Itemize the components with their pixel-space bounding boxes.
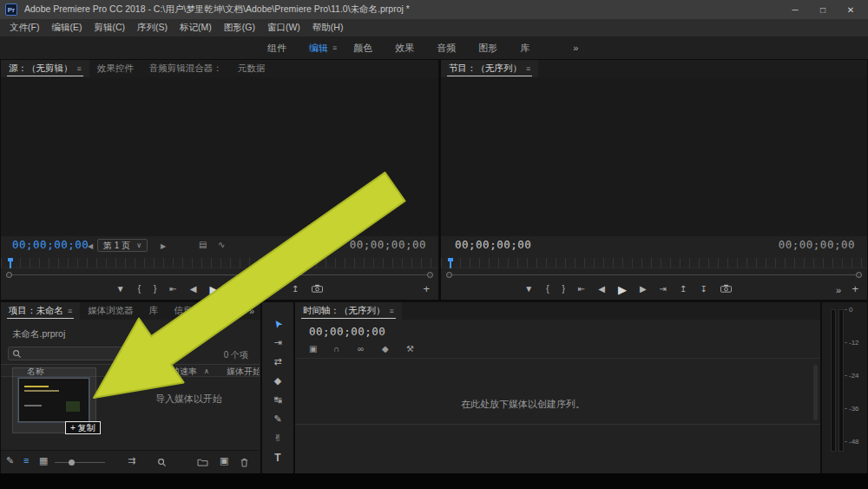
new-item-button[interactable]: ▣ (220, 456, 228, 466)
thumbnail-zoom-slider[interactable] (55, 462, 105, 463)
tab-metadata[interactable]: 元数据 (230, 60, 273, 77)
sort-ascending-icon[interactable]: ∧ (204, 367, 209, 375)
razor-tool[interactable]: ◆ (266, 372, 289, 390)
track-select-forward-tool[interactable]: ⇥ (266, 334, 289, 352)
go-to-in-button[interactable]: ⇤ (578, 285, 585, 294)
zoom-handle-left[interactable] (6, 272, 12, 278)
program-zoom-scrollbar[interactable] (446, 271, 862, 279)
tab-timeline[interactable]: 时间轴：（无序列） ≡ (295, 302, 402, 320)
menu-markers[interactable]: 标记(M) (174, 22, 218, 34)
workspace-menu-icon[interactable]: ≡ (332, 43, 337, 52)
program-playhead[interactable] (450, 258, 451, 268)
timeline-timecode[interactable]: 00;00;00;00 (309, 325, 385, 338)
zoom-handle-right[interactable] (427, 272, 433, 278)
workspace-assembly[interactable]: 组件 (256, 38, 298, 58)
minimize-button[interactable]: ─ (781, 5, 809, 15)
maximize-button[interactable]: □ (809, 5, 837, 15)
search-input[interactable] (25, 348, 134, 360)
clear-trash-button[interactable] (240, 458, 248, 467)
mark-out-button[interactable]: } (154, 285, 156, 294)
hand-tool[interactable]: ✌ (266, 429, 289, 447)
drag-audio-only-icon[interactable]: ∿ (218, 240, 225, 249)
add-marker-button[interactable]: ▼ (116, 285, 125, 294)
play-button[interactable]: ▶ (209, 284, 218, 295)
lift-button[interactable]: ↥ (680, 285, 687, 294)
project-writable-icon[interactable]: ✎ (6, 456, 14, 466)
media-thumbnail[interactable] (18, 378, 89, 422)
program-current-timecode[interactable]: 00;00;00;00 (455, 238, 531, 251)
new-bin-button[interactable] (197, 458, 208, 466)
page-prev-icon[interactable]: ◀ (88, 242, 93, 250)
menu-edit[interactable]: 编辑(E) (45, 22, 88, 34)
panel-menu-icon[interactable]: ≡ (77, 64, 82, 73)
type-tool[interactable]: T (266, 448, 289, 466)
icon-view-button[interactable]: ▦ (39, 456, 48, 466)
transport-overflow-icon[interactable]: » (836, 285, 841, 295)
source-zoom-scrollbar[interactable] (6, 271, 433, 279)
workspace-overflow-icon[interactable]: » (562, 39, 589, 56)
snap-magnet-icon[interactable]: ∩ (333, 345, 339, 354)
zoom-handle-left[interactable] (446, 272, 452, 278)
tab-info[interactable]: 信息 (166, 302, 200, 320)
menu-sequence[interactable]: 序列(S) (131, 22, 174, 34)
panel-menu-icon[interactable]: ≡ (390, 307, 394, 315)
ripple-edit-tool[interactable]: ⇄ (266, 353, 289, 371)
menu-graphics[interactable]: 图形(G) (218, 22, 261, 34)
workspace-effects[interactable]: 效果 (384, 38, 425, 58)
export-frame-button[interactable] (312, 284, 323, 294)
page-next-icon[interactable]: ▶ (161, 242, 166, 250)
selection-tool[interactable]: ➤ (266, 314, 289, 333)
tab-media-browser[interactable]: 媒体浏览器 (80, 302, 141, 320)
panel-menu-icon[interactable]: ≡ (526, 64, 530, 73)
workspace-libraries[interactable]: 库 (509, 38, 541, 58)
step-forward-button[interactable]: ▶ (640, 285, 647, 294)
tab-source[interactable]: 源：（无剪辑） ≡ (1, 60, 89, 77)
panel-overflow-icon[interactable]: » (243, 302, 260, 320)
add-marker-icon[interactable]: ◆ (382, 345, 389, 354)
slider-handle[interactable] (69, 459, 75, 466)
mark-out-button[interactable]: } (562, 285, 564, 294)
tab-project[interactable]: 项目：未命名 ≡ (1, 302, 80, 320)
program-add-button[interactable]: + (852, 282, 858, 295)
tab-libraries[interactable]: 库 (141, 302, 167, 320)
step-back-button[interactable]: ◀ (190, 285, 197, 294)
slip-tool[interactable]: ↹ (266, 391, 289, 409)
close-button[interactable]: ✕ (837, 5, 865, 15)
tab-program[interactable]: 节目：（无序列） ≡ (441, 60, 538, 77)
nest-sequence-icon[interactable]: ▣ (309, 345, 317, 354)
page-select-dropdown[interactable]: 第 1 页 ∨ (97, 239, 148, 252)
column-media-start[interactable]: 媒体开始 (227, 366, 260, 378)
source-add-button[interactable]: + (423, 282, 430, 295)
extract-button[interactable]: ↧ (700, 285, 707, 294)
menu-clip[interactable]: 剪辑(C) (88, 22, 131, 34)
go-to-out-button[interactable]: ⇥ (660, 285, 667, 294)
zoom-handle-right[interactable] (856, 272, 862, 278)
mark-in-button[interactable]: { (546, 285, 549, 294)
source-time-ruler[interactable] (1, 258, 438, 268)
menu-window[interactable]: 窗口(W) (261, 22, 306, 34)
timeline-scrollbar[interactable] (813, 365, 818, 420)
add-marker-button[interactable]: ▼ (524, 285, 533, 294)
program-time-ruler[interactable] (441, 258, 867, 268)
menu-file[interactable]: 文件(F) (3, 22, 45, 34)
tab-effect-controls[interactable]: 效果控件 (89, 60, 141, 77)
timeline-settings-wrench-icon[interactable]: ⚒ (406, 345, 414, 354)
step-back-button[interactable]: ◀ (598, 285, 605, 294)
panel-menu-icon[interactable]: ≡ (68, 307, 72, 315)
automate-to-sequence-button[interactable]: ⇉ (128, 456, 135, 466)
workspace-color[interactable]: 颜色 (342, 38, 384, 58)
drag-video-only-icon[interactable]: ▤ (199, 240, 207, 249)
mark-in-button[interactable]: { (138, 285, 141, 294)
source-current-timecode[interactable]: 00;00;00;00 (12, 238, 89, 251)
go-to-in-button[interactable]: ⇤ (169, 285, 176, 294)
overwrite-button[interactable]: ↥ (292, 285, 299, 294)
tab-audio-clip-mixer[interactable]: 音频剪辑混合器： (141, 60, 230, 77)
search-box[interactable] (8, 347, 138, 360)
source-playhead[interactable] (10, 258, 11, 268)
insert-button[interactable]: ↧ (272, 285, 279, 294)
menu-help[interactable]: 帮助(H) (306, 22, 350, 34)
list-view-button[interactable]: ≡ (23, 456, 29, 466)
find-button[interactable] (157, 458, 167, 467)
go-to-out-button[interactable]: ⇥ (251, 285, 258, 294)
export-frame-button[interactable] (720, 284, 732, 294)
